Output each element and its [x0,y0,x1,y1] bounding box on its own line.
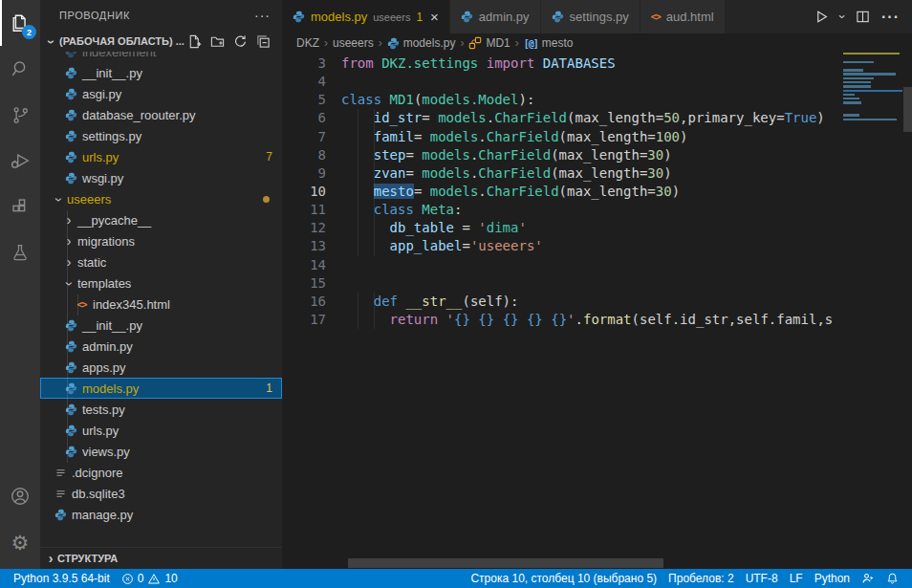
workspace-section-header[interactable]: › (РАБОЧАЯ ОБЛАСТЬ) ... [40,31,282,52]
breadcrumb-mesto[interactable]: [@]mesto [524,36,574,50]
file-label: settings.py [82,129,141,143]
run-dropdown-button[interactable]: › [840,10,844,24]
activity-run-debug[interactable] [0,138,40,184]
tree-item-database_roouter.py[interactable]: database_roouter.py [40,104,282,125]
code-line-15[interactable]: 15 [282,274,912,293]
tree-item-migrations[interactable]: ›migrations [40,230,282,251]
tree-item-static[interactable]: ›static [40,251,282,272]
warning-icon [147,573,161,585]
outline-section-header[interactable]: › СТРУКТУРА [40,547,282,569]
modified-dot [263,196,270,203]
tree-item-db.sqlite3[interactable]: db.sqlite3 [40,483,282,504]
code-line-10[interactable]: 10 mesto= models.CharField(max_length=30… [282,183,912,201]
chevron-down-icon: › [62,277,77,291]
python-icon [62,382,80,395]
tree-item-__pycache__[interactable]: ›__pycache__ [40,209,282,230]
activity-account[interactable] [0,473,40,519]
indent-guide [374,293,375,311]
language-mode[interactable]: Python [809,572,856,585]
horizontal-scrollbar[interactable] [348,558,663,568]
breadcrumb-MD1[interactable]: MD1 [468,36,510,50]
indent-guide [374,183,375,201]
split-editor-button[interactable] [856,10,870,24]
breadcrumb-separator: › [324,36,328,50]
minimap[interactable] [843,53,902,122]
file-label: tests.py [82,403,125,417]
tab-admin.py[interactable]: admin.py [450,0,541,33]
run-button[interactable] [814,10,829,24]
file-label: static [77,255,106,270]
tree-item-admin.py[interactable]: admin.py [40,336,282,357]
tree-item-models.py[interactable]: models.py1 [40,378,282,399]
file-label: __init__.py [82,318,142,333]
refresh-button[interactable] [233,34,248,49]
line-number: 6 [282,109,341,127]
vertical-scrollbar[interactable] [903,87,912,132]
code-line-13[interactable]: 13 app_label='useeers' [282,237,912,255]
new-folder-button[interactable] [210,34,225,49]
tree-item-tests.py[interactable]: tests.py [40,399,282,420]
code-editor[interactable]: 3from DKZ.settings import DATABASES45cla… [282,53,912,569]
indentation[interactable]: Пробелов: 2 [662,572,740,585]
code-line-11[interactable]: 11 class Meta: [282,201,912,219]
tree-item-views.py[interactable]: views.py [40,441,282,462]
tree-item-settings.py[interactable]: settings.py [40,125,282,146]
tabs: models.pyuseeers1×admin.pysettings.py<>a… [282,0,726,33]
tree-item-urls.py[interactable]: urls.py7 [40,146,282,167]
code-line-8[interactable]: 8 step= models.CharField(max_length=30) [282,146,912,164]
activity-search[interactable] [0,46,40,92]
tab-settings.py[interactable]: settings.py [541,0,641,33]
activity-explorer[interactable]: 2 [0,0,40,46]
tree-item-apps.py[interactable]: apps.py [40,357,282,378]
code-line-14[interactable]: 14 [282,256,912,274]
activity-extensions[interactable] [0,184,40,229]
code-line-5[interactable]: 5class MD1(models.Model): [282,91,912,109]
activity-testing[interactable] [0,229,40,275]
indent-guide [374,201,375,219]
tree-item-templates[interactable]: ›templates [40,272,282,294]
split-editor-icon [856,10,870,24]
tree-item-urls.py[interactable]: urls.py [40,420,282,441]
more-actions-button[interactable]: ··· [881,9,900,26]
explorer-actions [187,34,282,49]
breadcrumb-useeers[interactable]: useeers [333,36,374,50]
code-line-16[interactable]: 16 def __str__(self): [282,293,912,311]
eol[interactable]: LF [784,572,809,585]
tree-item-wsgi.py[interactable]: wsgi.py [40,167,282,188]
code-line-7[interactable]: 7 famil= models.CharField(max_length=100… [282,128,912,146]
notifications-button[interactable] [880,572,904,585]
tree-item-useeers[interactable]: ›useeers [40,188,282,209]
python-interpreter[interactable]: Python 3.9.5 64-bit [8,572,116,585]
cursor-position[interactable]: Строка 10, столбец 10 (выбрано 5) [465,572,662,585]
tree-item-__init__.py[interactable]: __init__.py [40,62,282,83]
breadcrumb-separator: › [515,36,519,50]
activity-source-control[interactable] [0,92,40,138]
tree-item-asgi.py[interactable]: asgi.py [40,83,282,104]
code-line-4[interactable]: 4 [282,73,912,91]
code-line-12[interactable]: 12 db_table = 'dima' [282,219,912,237]
explorer-more-actions-button[interactable]: ··· [254,8,271,23]
code-line-9[interactable]: 9 zvan= models.CharField(max_length=30) [282,164,912,183]
tree-item-__init__.py[interactable]: __init__.py [40,315,282,336]
code-line-6[interactable]: 6 id_str= models.CharField(max_length=50… [282,109,912,127]
tab-aud.html[interactable]: <>aud.html [641,0,726,33]
breadcrumb-models.py[interactable]: models.py [387,36,456,50]
tree-item-manage.py[interactable]: manage.py [40,504,282,525]
code-line-3[interactable]: 3from DKZ.settings import DATABASES [282,54,912,73]
tree-item-.dcignore[interactable]: .dcignore [40,462,282,483]
encoding[interactable]: UTF-8 [740,572,784,585]
close-icon[interactable]: × [430,9,439,25]
code-line-17[interactable]: 17 return '{} {} {} {} {}'.format(self.i… [282,311,912,329]
breadcrumb-label: DKZ [296,36,319,50]
problems-indicator[interactable]: 010 [116,572,184,585]
tree-item-indexelement[interactable]: indexelement [40,52,282,62]
warning-count: 10 [164,572,177,585]
collapse-all-button[interactable] [256,34,271,49]
new-file-button[interactable] [187,34,202,49]
feedback-button[interactable] [856,572,880,585]
tree-item-index345.html[interactable]: <>index345.html [40,294,282,315]
activity-settings-gear[interactable]: ⚙ [0,519,40,565]
tab-models.py[interactable]: models.pyuseeers1× [282,0,450,33]
file-label: indexelement [82,52,156,59]
breadcrumb-DKZ[interactable]: DKZ [296,36,319,50]
